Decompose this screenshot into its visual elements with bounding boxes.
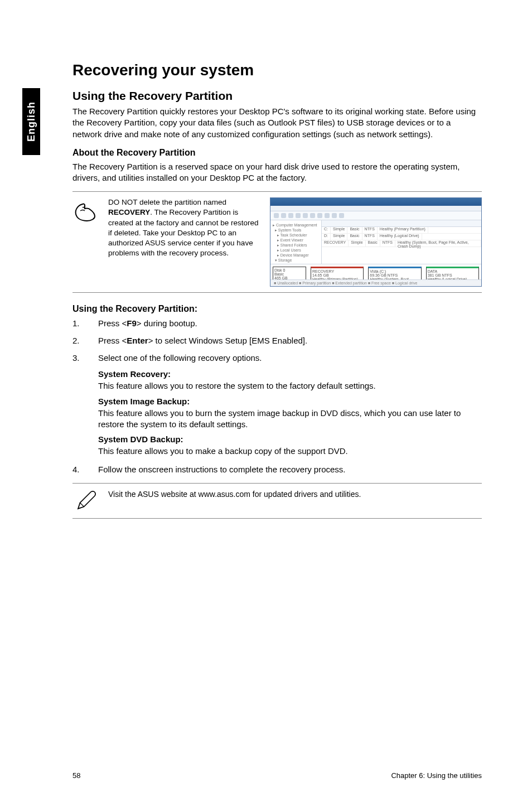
s2-key: Enter xyxy=(127,336,148,345)
step-3: Select one of the following recovery opt… xyxy=(72,352,482,364)
about-heading: About the Recovery Partition xyxy=(72,148,482,158)
system-recovery-heading: System Recovery: xyxy=(98,369,482,379)
language-side-tab: English xyxy=(22,88,40,155)
steps-list: Press <F9> during bootup. Press <Enter> … xyxy=(72,317,482,364)
page-number: 58 xyxy=(72,771,80,780)
system-recovery-text: This feature allows you to restore the s… xyxy=(98,380,482,392)
info-note-block: Visit the ASUS website at www.asus.com f… xyxy=(72,483,482,519)
hand-icon xyxy=(72,197,99,224)
s2-pre: Press < xyxy=(98,336,127,345)
chapter-label: Chapter 6: Using the utilities xyxy=(391,771,482,780)
step-1: Press <F9> during bootup. xyxy=(72,317,482,329)
s2-post: > to select Windows Setup [EMS Enabled]. xyxy=(148,336,308,345)
pencil-icon xyxy=(74,489,98,513)
warn-bold: RECOVERY xyxy=(108,208,150,216)
section-heading-recovery-partition: Using the Recovery Partition xyxy=(72,89,482,103)
s1-post: > during bootup. xyxy=(137,318,197,328)
s1-pre: Press < xyxy=(98,318,127,328)
system-image-backup-text: This feature allows you to burn the syst… xyxy=(98,408,482,431)
intro-paragraph: The Recovery Partition quickly restores … xyxy=(72,106,482,140)
info-note-text: Visit the ASUS website at www.asus.com f… xyxy=(108,489,482,500)
step-2: Press <Enter> to select Windows Setup [E… xyxy=(72,335,482,346)
page-title: Recovering your system xyxy=(72,61,482,79)
s1-key: F9 xyxy=(127,318,137,328)
system-image-backup-heading: System Image Backup: xyxy=(98,397,482,406)
warning-note-block: DO NOT delete the partition named RECOVE… xyxy=(72,191,482,293)
warning-note-text: DO NOT delete the partition named RECOVE… xyxy=(108,197,261,258)
steps-list-cont: Follow the onscreen instructions to comp… xyxy=(72,463,482,475)
system-dvd-backup-text: This feature allows you to make a backup… xyxy=(98,446,482,457)
using-heading: Using the Recovery Partition: xyxy=(72,304,482,314)
about-paragraph: The Recovery Partition is a reserved spa… xyxy=(72,161,482,184)
warn-pre: DO NOT delete the partition named xyxy=(108,198,226,206)
disk-management-screenshot: ▸ Computer Management ▸ System Tools ▸ T… xyxy=(270,197,482,287)
system-dvd-backup-heading: System DVD Backup: xyxy=(98,434,482,444)
step-4: Follow the onscreen instructions to comp… xyxy=(72,463,482,475)
